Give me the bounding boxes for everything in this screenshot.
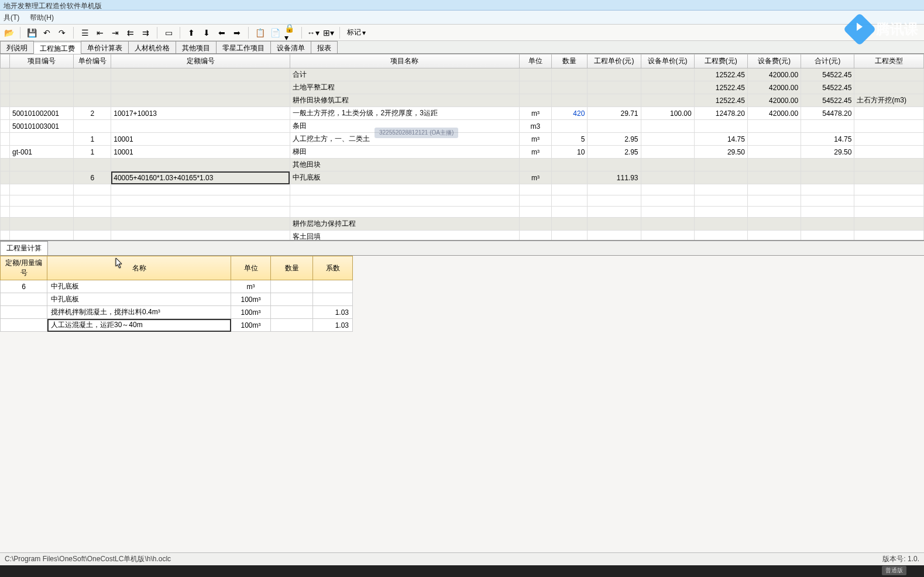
- cell[interactable]: m³: [520, 107, 552, 120]
- subtab-qty[interactable]: 工程量计算: [0, 241, 48, 255]
- cell[interactable]: 100m³: [231, 319, 271, 332]
- cell[interactable]: 54478.20: [801, 107, 854, 120]
- main-header-7[interactable]: 工程单价(元): [588, 54, 641, 68]
- tab-5[interactable]: 零星工作项目: [216, 41, 271, 53]
- cell[interactable]: 100m³: [231, 293, 271, 306]
- cell[interactable]: [854, 184, 924, 195]
- table-row[interactable]: 人工运混凝土，运距30～40m100m³1.03: [1, 319, 353, 332]
- cell[interactable]: 14.75: [694, 133, 747, 146]
- tab-2[interactable]: 单价计算表: [81, 41, 129, 53]
- cell[interactable]: [520, 218, 552, 231]
- menu-help[interactable]: 帮助(H): [30, 13, 54, 22]
- table-row[interactable]: 耕作层地力保持工程: [1, 218, 924, 231]
- cell[interactable]: 42000.00: [747, 107, 801, 120]
- cell[interactable]: 1.03: [313, 319, 353, 332]
- cell[interactable]: [111, 195, 290, 207]
- main-header-3[interactable]: 定额编号: [111, 54, 290, 68]
- arrow-right-icon[interactable]: ➡: [231, 26, 243, 39]
- cell[interactable]: [747, 231, 801, 242]
- cell[interactable]: [1, 159, 10, 171]
- cell[interactable]: [551, 68, 588, 81]
- cell[interactable]: [74, 81, 111, 94]
- cell[interactable]: [111, 231, 290, 242]
- cell[interactable]: 其他田块: [290, 159, 519, 171]
- cell[interactable]: [111, 184, 290, 195]
- sub-header-1[interactable]: 名称: [47, 256, 231, 280]
- cell[interactable]: [694, 195, 747, 207]
- cell[interactable]: [1, 218, 10, 231]
- cell[interactable]: [9, 195, 73, 207]
- cell[interactable]: [1, 184, 10, 195]
- cell[interactable]: [801, 195, 854, 207]
- cell[interactable]: [747, 146, 801, 159]
- cell[interactable]: [854, 231, 924, 242]
- main-header-2[interactable]: 单价编号: [74, 54, 111, 68]
- sub-header-4[interactable]: 系数: [313, 256, 353, 280]
- cell[interactable]: [551, 184, 588, 195]
- cell[interactable]: [1, 133, 10, 146]
- cell[interactable]: 500101002001: [9, 107, 73, 120]
- cell[interactable]: [1, 81, 10, 94]
- cell[interactable]: [641, 94, 694, 107]
- cell[interactable]: 6: [1, 280, 47, 293]
- cell[interactable]: 耕作田块修筑工程: [290, 94, 519, 107]
- cell[interactable]: [641, 81, 694, 94]
- cell[interactable]: [747, 218, 801, 231]
- table-row[interactable]: 640005+40160*1.03+40165*1.03中孔底板m³111.93: [1, 171, 924, 184]
- cell[interactable]: [271, 280, 313, 293]
- cell[interactable]: [801, 184, 854, 195]
- cell[interactable]: [588, 207, 641, 218]
- cell[interactable]: [747, 171, 801, 184]
- menu-tools[interactable]: 具(T): [4, 13, 19, 22]
- cell[interactable]: 中孔底板: [47, 280, 231, 293]
- cell[interactable]: [588, 94, 641, 107]
- cell[interactable]: [1, 231, 10, 242]
- cell[interactable]: 12522.45: [694, 81, 747, 94]
- cell[interactable]: [1, 306, 47, 319]
- cell[interactable]: 12478.20: [694, 107, 747, 120]
- cell[interactable]: [520, 68, 552, 81]
- table-row[interactable]: [1, 195, 924, 207]
- tool1-icon[interactable]: ↔▾: [307, 26, 320, 39]
- cell[interactable]: [111, 207, 290, 218]
- cell[interactable]: [1, 146, 10, 159]
- cell[interactable]: 42000.00: [747, 68, 801, 81]
- table-row[interactable]: 其他田块: [1, 159, 924, 171]
- table-row[interactable]: 搅拌机拌制混凝土，搅拌出料0.4m³100m³1.03: [1, 306, 353, 319]
- cell[interactable]: [854, 107, 924, 120]
- cell[interactable]: [551, 94, 588, 107]
- cell[interactable]: [588, 218, 641, 231]
- cell[interactable]: 6: [74, 171, 111, 184]
- cell[interactable]: 42000.00: [747, 94, 801, 107]
- cell[interactable]: [854, 68, 924, 81]
- cell[interactable]: [854, 120, 924, 133]
- cell[interactable]: [1, 107, 10, 120]
- table-row[interactable]: 土地平整工程12522.4542000.0054522.45: [1, 81, 924, 94]
- cell[interactable]: [588, 68, 641, 81]
- redo-icon[interactable]: ↷: [56, 26, 68, 39]
- cell[interactable]: [641, 231, 694, 242]
- cell[interactable]: 2: [74, 107, 111, 120]
- delete-row-icon[interactable]: ▭: [162, 26, 175, 39]
- cell[interactable]: [74, 218, 111, 231]
- cell[interactable]: 土地平整工程: [290, 81, 519, 94]
- cell[interactable]: [520, 184, 552, 195]
- cell[interactable]: [520, 94, 552, 107]
- cell[interactable]: [801, 218, 854, 231]
- cell[interactable]: [1, 207, 10, 218]
- cell[interactable]: [641, 207, 694, 218]
- cell[interactable]: 10001: [111, 146, 290, 159]
- cell[interactable]: [801, 159, 854, 171]
- cell[interactable]: [747, 133, 801, 146]
- table-row[interactable]: 500101002001210017+10013一般土方开挖，1土类分级，2开挖…: [1, 107, 924, 120]
- cell[interactable]: 5: [551, 133, 588, 146]
- cell[interactable]: [9, 231, 73, 242]
- cell[interactable]: [520, 81, 552, 94]
- cell[interactable]: [801, 171, 854, 184]
- cell[interactable]: [854, 81, 924, 94]
- cell[interactable]: [551, 207, 588, 218]
- main-grid[interactable]: 项目编号单价编号定额编号项目名称单位数量工程单价(元)设备单价(元)工程费(元)…: [0, 54, 924, 241]
- tab-3[interactable]: 人材机价格: [128, 41, 176, 53]
- cell[interactable]: 客土回填: [290, 231, 519, 242]
- cell[interactable]: [1, 68, 10, 81]
